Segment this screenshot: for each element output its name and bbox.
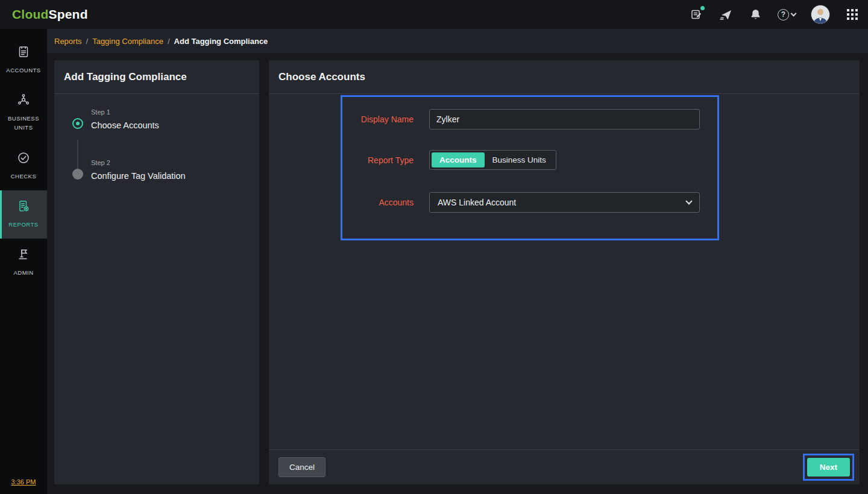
step-1-text: Step 1 Choose Accounts: [91, 108, 159, 130]
sidebar-time[interactable]: 3:36 PM: [0, 478, 47, 486]
sidebar-item-label: REPORTS: [8, 220, 38, 229]
breadcrumb-current-page: Add Tagging Compliance: [174, 37, 268, 46]
step-1-label: Step 1: [91, 108, 159, 116]
wizard-panel: Add Tagging Compliance Step 1 Choose Acc…: [54, 60, 259, 484]
report-type-row: Report Type Accounts Business Units: [342, 150, 717, 170]
form-highlight-region: Display Name Report Type Accounts Busine…: [341, 95, 719, 240]
report-type-option-accounts[interactable]: Accounts: [432, 152, 485, 167]
step-1-title: Choose Accounts: [91, 120, 159, 130]
display-name-label: Display Name: [342, 114, 429, 124]
sidebar-item-label: CHECKS: [11, 172, 37, 181]
chevron-down-icon: [791, 11, 797, 17]
breadcrumb-separator: /: [168, 37, 170, 46]
report-type-toggle: Accounts Business Units: [429, 150, 556, 170]
accounts-icon: [17, 45, 30, 61]
breadcrumb-link-reports[interactable]: Reports: [54, 37, 82, 46]
next-button[interactable]: Next: [807, 458, 850, 477]
step-2-label: Step 2: [91, 159, 186, 166]
wizard-panel-title: Add Tagging Compliance: [54, 60, 259, 94]
sidebar-item-checks[interactable]: CHECKS: [0, 142, 47, 190]
accounts-row: Accounts AWS Linked Account: [342, 192, 717, 213]
help-icon[interactable]: ?: [778, 9, 796, 20]
help-glyph: ?: [778, 9, 789, 20]
sidebar-item-accounts[interactable]: ACCOUNTS: [0, 36, 47, 84]
top-navigation-bar: CloudSpend ?: [0, 0, 868, 29]
topbar-icon-group: ?: [689, 5, 860, 24]
apps-grid-icon[interactable]: [845, 7, 860, 22]
cancel-button[interactable]: Cancel: [278, 457, 326, 477]
feedback-icon[interactable]: [689, 7, 703, 22]
sidebar-item-label: BUSINESS UNITS: [2, 114, 45, 132]
breadcrumb-separator: /: [86, 37, 89, 46]
step-2-text: Step 2 Configure Tag Validation: [91, 159, 186, 181]
business-units-icon: [17, 93, 30, 109]
display-name-input[interactable]: [429, 109, 700, 130]
display-name-row: Display Name: [342, 109, 717, 130]
sidebar-item-admin[interactable]: ADMIN: [0, 239, 47, 287]
cloudspend-logo[interactable]: CloudSpend: [12, 7, 88, 22]
next-button-highlight: Next: [803, 454, 854, 481]
notification-dot: [700, 6, 705, 10]
chevron-down-icon: [685, 198, 692, 204]
accounts-label: Accounts: [342, 198, 429, 207]
accounts-select[interactable]: AWS Linked Account: [429, 192, 700, 213]
wizard-steps: Step 1 Choose Accounts Step 2 Configure …: [54, 94, 259, 181]
panel-footer: Cancel Next: [269, 449, 860, 484]
report-type-option-business-units[interactable]: Business Units: [485, 152, 554, 167]
wizard-step-1[interactable]: Step 1 Choose Accounts: [72, 108, 251, 130]
notifications-icon[interactable]: [748, 7, 763, 22]
whats-new-icon[interactable]: [719, 7, 733, 22]
choose-accounts-title: Choose Accounts: [269, 60, 860, 94]
sidebar: ACCOUNTS BUSINESS UNITS CHECKS: [0, 29, 47, 494]
checks-icon: [17, 151, 30, 167]
breadcrumb-link-tagging-compliance[interactable]: Tagging Compliance: [92, 37, 163, 46]
report-type-label: Report Type: [342, 155, 429, 165]
step-2-pending-bullet: [72, 169, 83, 180]
sidebar-item-reports[interactable]: REPORTS: [0, 190, 47, 239]
sidebar-item-label: ACCOUNTS: [6, 66, 40, 75]
step-2-title: Configure Tag Validation: [91, 171, 186, 181]
sidebar-item-label: ADMIN: [13, 268, 33, 277]
accounts-select-value: AWS Linked Account: [438, 198, 516, 207]
admin-icon: [17, 248, 30, 263]
user-avatar[interactable]: [811, 5, 830, 24]
breadcrumb: Reports / Tagging Compliance / Add Taggi…: [47, 29, 868, 53]
logo-spend-text: Spend: [48, 7, 87, 21]
step-1-active-bullet: [72, 118, 83, 129]
sidebar-item-business-units[interactable]: BUSINESS UNITS: [0, 84, 47, 142]
reports-icon: [17, 199, 30, 215]
choose-accounts-panel: Choose Accounts Display Name Report Type…: [269, 60, 860, 484]
wizard-step-2[interactable]: Step 2 Configure Tag Validation: [72, 159, 251, 181]
logo-cloud-text: Cloud: [12, 7, 48, 21]
